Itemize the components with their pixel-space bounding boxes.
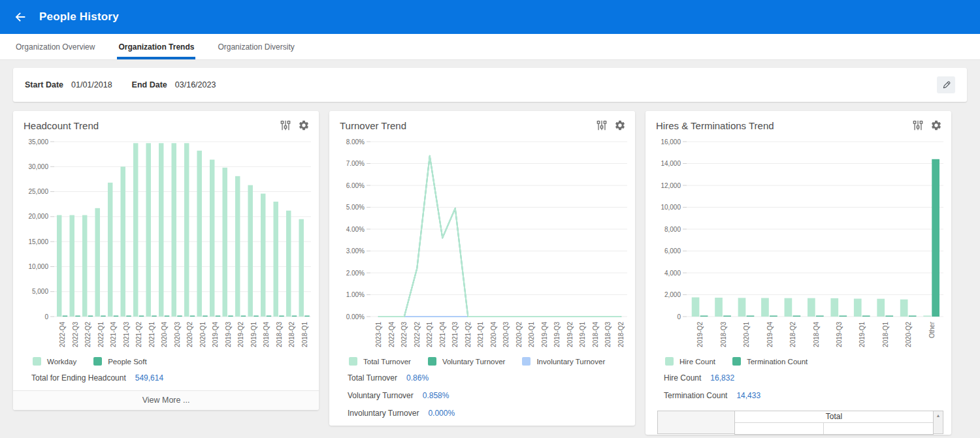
svg-text:15,000: 15,000 <box>28 238 48 245</box>
stat-voluntary-turnover: Voluntary Turnover0.858% <box>348 391 625 400</box>
svg-text:2019-Q3: 2019-Q3 <box>225 322 232 347</box>
chart-settings-icon[interactable] <box>596 119 608 131</box>
chart-settings-icon[interactable] <box>280 119 291 131</box>
svg-text:2019-Q1: 2019-Q1 <box>250 322 257 347</box>
svg-text:8.00%: 8.00% <box>346 138 365 146</box>
start-date-value: 01/01/2018 <box>71 80 112 89</box>
stat-involuntary-turnover-value[interactable]: 0.000% <box>428 409 455 418</box>
svg-text:2018-Q4: 2018-Q4 <box>813 322 820 347</box>
stat-voluntary-turnover-value[interactable]: 0.858% <box>423 391 449 400</box>
panel-title: Hires & Terminations Trend <box>656 120 774 131</box>
legend-people-soft: People Soft <box>93 357 146 366</box>
svg-text:3.00%: 3.00% <box>346 247 365 255</box>
chart-legend: WorkdayPeople Soft <box>13 354 319 366</box>
svg-text:35,000: 35,000 <box>28 138 48 146</box>
svg-text:2022-Q2: 2022-Q2 <box>414 322 421 347</box>
svg-text:2018-Q3: 2018-Q3 <box>720 322 727 347</box>
stat-termination-count-value[interactable]: 14,433 <box>736 391 760 400</box>
scroll-up-icon[interactable]: ▲ <box>936 413 941 418</box>
hires-terminations-chart: 02,0004,0006,0008,00010,00012,00014,0001… <box>645 133 951 354</box>
view-more-button[interactable]: View More ... <box>13 390 319 410</box>
svg-text:2021-Q1: 2021-Q1 <box>148 322 155 347</box>
stat-hire-count: Hire Count16,832 <box>664 373 941 383</box>
legend-hire-count: Hire Count <box>665 357 715 366</box>
stat-label: Termination Count <box>664 391 727 400</box>
totals-table-subcell <box>824 423 933 434</box>
svg-text:0: 0 <box>44 313 48 321</box>
stat-label: Hire Count <box>664 373 701 383</box>
gear-icon[interactable] <box>614 119 626 131</box>
stat-termination-count: Termination Count14,433 <box>664 391 941 400</box>
svg-text:2021-Q2: 2021-Q2 <box>465 322 472 347</box>
chart-settings-icon[interactable] <box>912 119 924 131</box>
svg-text:7.00%: 7.00% <box>346 160 365 167</box>
legend-termination-count: Termination Count <box>732 357 808 366</box>
svg-text:2019-Q3: 2019-Q3 <box>553 322 561 347</box>
gear-icon[interactable] <box>298 119 310 131</box>
svg-text:2020-Q2: 2020-Q2 <box>186 322 193 347</box>
panel-title: Headcount Trend <box>24 120 99 131</box>
tab-bar: Organization OverviewOrganization Trends… <box>0 34 980 60</box>
svg-text:2022-Q3: 2022-Q3 <box>400 322 408 347</box>
gear-icon[interactable] <box>930 119 942 131</box>
table-scrollbar[interactable]: ▲ <box>934 411 943 434</box>
pencil-icon <box>943 82 950 88</box>
svg-text:2018-Q1: 2018-Q1 <box>301 322 308 347</box>
svg-text:2019-Q1: 2019-Q1 <box>858 322 866 347</box>
svg-text:2021-Q2: 2021-Q2 <box>135 322 142 347</box>
panel-title: Turnover Trend <box>340 120 406 131</box>
chart-legend: Hire CountTermination Count <box>645 354 951 366</box>
svg-text:2019-Q4: 2019-Q4 <box>212 322 219 347</box>
stat-label: Voluntary Turnover <box>348 391 414 400</box>
totals-table-row-header-column <box>657 411 734 434</box>
svg-text:2019-Q4: 2019-Q4 <box>766 322 774 347</box>
svg-text:2020-Q2: 2020-Q2 <box>515 322 523 347</box>
svg-text:0: 0 <box>677 313 681 321</box>
filter-bar: Start Date 01/01/2018 End Date 03/16/202… <box>13 68 967 102</box>
turnover-trend-chart: 0.00%1.00%2.00%3.00%4.00%5.00%6.00%7.00%… <box>329 133 635 354</box>
stat-hire-count-value[interactable]: 16,832 <box>710 373 734 383</box>
svg-text:2020-Q3: 2020-Q3 <box>502 322 510 347</box>
svg-text:2021-Q3: 2021-Q3 <box>123 322 130 347</box>
svg-text:2020-Q4: 2020-Q4 <box>161 322 168 347</box>
svg-text:2020-Q2: 2020-Q2 <box>905 322 912 347</box>
panel-turnover-trend: Turnover Trend 0.00%1.00%2.00%3.00%4.00%… <box>329 111 635 426</box>
legend-workday: Workday <box>33 357 76 366</box>
stat-total-for-ending-headcount: Total for Ending Headcount549,614 <box>31 373 308 383</box>
chart-stats: Total Turnover0.86%Voluntary Turnover0.8… <box>329 366 635 426</box>
legend-swatch <box>349 357 357 366</box>
svg-text:12,000: 12,000 <box>661 182 681 189</box>
legend-swatch <box>522 357 531 366</box>
svg-text:30,000: 30,000 <box>28 163 48 170</box>
tab-organization-overview[interactable]: Organization Overview <box>14 34 96 59</box>
legend-swatch <box>93 357 102 366</box>
stat-label: Involuntary Turnover <box>348 409 419 418</box>
totals-table: Total ▲ <box>657 411 943 435</box>
stat-total-turnover-value[interactable]: 0.86% <box>406 373 429 383</box>
svg-text:2018-Q3: 2018-Q3 <box>276 322 283 347</box>
stat-total-for-ending-headcount-value[interactable]: 549,614 <box>135 373 163 383</box>
back-arrow-icon[interactable] <box>9 6 31 28</box>
svg-text:2022-Q4: 2022-Q4 <box>388 322 395 347</box>
svg-text:2.00%: 2.00% <box>346 270 365 277</box>
totals-table-subcell <box>735 423 824 434</box>
svg-text:2021-Q3: 2021-Q3 <box>451 322 459 347</box>
svg-text:4.00%: 4.00% <box>346 226 365 233</box>
tab-organization-trends[interactable]: Organization Trends <box>117 34 195 59</box>
svg-text:8,000: 8,000 <box>664 226 681 233</box>
svg-text:2018-Q2: 2018-Q2 <box>789 322 796 347</box>
tab-organization-diversity[interactable]: Organization Diversity <box>216 34 295 59</box>
svg-text:10,000: 10,000 <box>28 263 48 270</box>
legend-swatch <box>33 357 41 366</box>
svg-text:2020-Q4: 2020-Q4 <box>490 322 497 347</box>
legend-involuntary-turnover: Involuntary Turnover <box>522 357 605 366</box>
svg-text:2022-Q2: 2022-Q2 <box>84 322 91 347</box>
svg-text:2018-Q3: 2018-Q3 <box>604 322 612 347</box>
svg-text:2021-Q4: 2021-Q4 <box>439 322 446 347</box>
page-title: People History <box>39 10 119 23</box>
svg-text:2022-Q3: 2022-Q3 <box>72 322 79 347</box>
svg-text:2023-Q1: 2023-Q1 <box>375 322 382 347</box>
svg-text:25,000: 25,000 <box>28 188 48 195</box>
svg-text:2018-Q2: 2018-Q2 <box>288 322 295 347</box>
edit-filters-button[interactable] <box>937 76 955 93</box>
